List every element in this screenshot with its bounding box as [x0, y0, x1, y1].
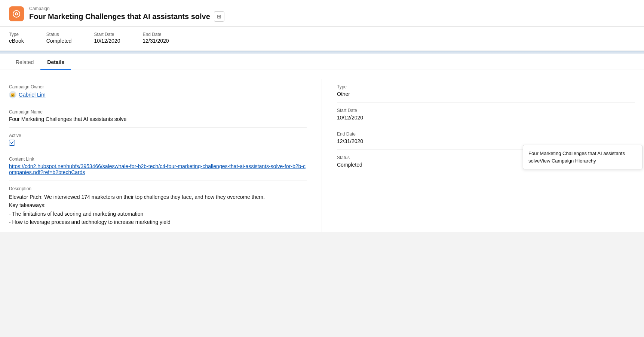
description-value: Elevator Pitch: We interviewed 174 marke… [9, 193, 307, 227]
left-column: Campaign Owner 🐱 Gabriel Lim ✎ Campaign … [9, 79, 322, 232]
divider-band [0, 51, 644, 54]
summary-end-date: End Date 12/31/2020 [142, 32, 169, 44]
start-date-field: Start Date 10/12/2020 ✎ [337, 103, 635, 126]
type-field: Type Other ✎ [337, 79, 635, 103]
active-field: Active ✎ [9, 128, 307, 151]
end-date-label: End Date [337, 131, 635, 137]
summary-type: Type eBook [9, 32, 24, 44]
status-value: Completed [46, 38, 72, 44]
campaign-name-value: Four Marketing Challenges that AI assist… [9, 116, 307, 122]
status-label: Status [46, 32, 72, 37]
page-title: Four Marketing Challenges that AI assist… [29, 11, 224, 22]
header-text: Campaign Four Marketing Challenges that … [29, 6, 224, 22]
object-label: Campaign [29, 6, 224, 11]
summary-bar: Type eBook Status Completed Start Date 1… [0, 27, 644, 51]
owner-field: Campaign Owner 🐱 Gabriel Lim ✎ [9, 79, 307, 104]
owner-value[interactable]: 🐱 Gabriel Lim [9, 91, 307, 98]
hierarchy-button[interactable]: ⊞ [214, 11, 224, 22]
owner-avatar: 🐱 [9, 91, 16, 98]
start-date-value: 10/12/2020 [94, 38, 120, 44]
hierarchy-tooltip: Four Marketing Challenges that AI assist… [523, 145, 643, 169]
type-label: Type [9, 32, 24, 37]
start-date-label: Start Date [337, 108, 635, 113]
end-date-value: 12/31/2020 [337, 138, 635, 144]
content-link-field: Content Link https://cdn2.hubspot.net/hu… [9, 151, 307, 181]
tab-details[interactable]: Details [40, 54, 71, 70]
active-label: Active [9, 133, 307, 138]
campaign-name-label: Campaign Name [9, 109, 307, 115]
type-value: Other [337, 91, 635, 97]
description-field: Description Elevator Pitch: We interview… [9, 181, 307, 232]
hierarchy-icon: ⊞ [217, 13, 221, 19]
summary-status: Status Completed [46, 32, 72, 44]
campaign-name-field: Campaign Name Four Marketing Challenges … [9, 104, 307, 128]
svg-point-2 [16, 13, 17, 15]
content-link-label: Content Link [9, 157, 307, 162]
checkbox-visual [9, 140, 15, 146]
right-column: Type Other ✎ Start Date 10/12/2020 ✎ End… [322, 79, 635, 232]
start-date-value: 10/12/2020 [337, 115, 635, 121]
content-link-value[interactable]: https://cdn2.hubspot.net/hubfs/3953466/s… [9, 163, 307, 175]
tab-bar: Related Details [0, 54, 644, 70]
tab-related[interactable]: Related [9, 54, 40, 70]
end-date-field: End Date 12/31/2020 ✎ Four Marketing Cha… [337, 126, 635, 150]
details-grid: Campaign Owner 🐱 Gabriel Lim ✎ Campaign … [9, 79, 635, 232]
end-date-value: 12/31/2020 [142, 38, 169, 44]
description-label: Description [9, 186, 307, 191]
type-label: Type [337, 84, 635, 89]
end-date-label: End Date [142, 32, 169, 37]
page-header: Campaign Four Marketing Challenges that … [0, 0, 644, 27]
start-date-label: Start Date [94, 32, 120, 37]
campaign-icon [9, 6, 24, 21]
main-content: Campaign Owner 🐱 Gabriel Lim ✎ Campaign … [0, 70, 644, 232]
type-value: eBook [9, 38, 24, 44]
owner-label: Campaign Owner [9, 84, 307, 89]
summary-start-date: Start Date 10/12/2020 [94, 32, 120, 44]
active-checkbox [9, 140, 307, 146]
